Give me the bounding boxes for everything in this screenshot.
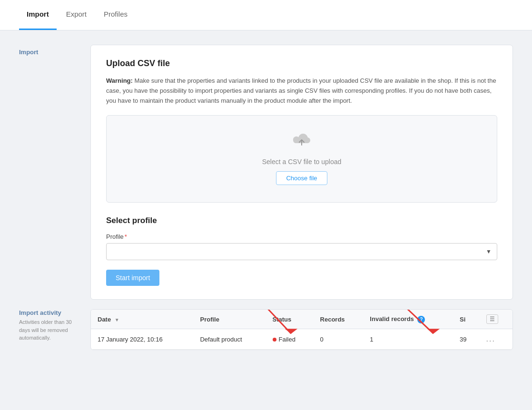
col-si: Si bbox=[453, 310, 480, 329]
profile-select[interactable] bbox=[106, 243, 497, 260]
activity-subtitle: Activities older than 30 days will be re… bbox=[19, 318, 76, 342]
import-sidebar-label: Import bbox=[19, 45, 76, 300]
activity-section: Import activity Activities older than 30… bbox=[0, 300, 532, 360]
upload-card: Upload CSV file Warning: Make sure that … bbox=[90, 45, 513, 300]
activity-sidebar: Import activity Activities older than 30… bbox=[19, 309, 76, 350]
col-records: Records bbox=[314, 310, 364, 329]
table-body: 17 January 2022, 10:16 Default product F… bbox=[91, 329, 512, 350]
choose-file-button[interactable]: Choose file bbox=[276, 171, 327, 185]
activity-title: Import activity bbox=[19, 309, 76, 316]
sort-icon: ▼ bbox=[115, 317, 119, 322]
status-label: Failed bbox=[279, 336, 296, 343]
col-status: Status bbox=[266, 310, 314, 329]
col-date[interactable]: Date ▼ bbox=[91, 310, 193, 329]
upload-cloud-icon bbox=[292, 133, 311, 151]
cell-date: 17 January 2022, 10:16 bbox=[91, 329, 193, 350]
table-row: 17 January 2022, 10:16 Default product F… bbox=[91, 329, 512, 350]
upload-text: Select a CSV file to upload bbox=[262, 158, 342, 166]
status-badge: Failed bbox=[273, 336, 296, 343]
warning-label: Warning: bbox=[106, 77, 133, 84]
table-menu-button[interactable]: ☰ bbox=[486, 314, 498, 324]
tab-export[interactable]: Export bbox=[59, 0, 94, 30]
select-profile-title: Select profile bbox=[106, 216, 497, 225]
cell-invalid-records: 1 bbox=[363, 329, 453, 350]
cell-si: 39 bbox=[453, 329, 480, 350]
table-header: Date ▼ Profile Status Records bbox=[91, 310, 512, 329]
col-profile: Profile bbox=[193, 310, 266, 329]
profile-select-wrapper: ▼ bbox=[106, 243, 497, 260]
upload-drop-zone[interactable]: Select a CSV file to upload Choose file bbox=[106, 115, 497, 203]
tab-profiles[interactable]: Profiles bbox=[96, 0, 135, 30]
row-menu-button[interactable]: ... bbox=[486, 335, 495, 343]
activity-table-wrapper: Date ▼ Profile Status Records bbox=[90, 309, 513, 350]
cell-profile: Default product bbox=[193, 329, 266, 350]
top-navigation: Import Export Profiles bbox=[0, 0, 532, 30]
status-dot-failed bbox=[273, 338, 276, 342]
help-icon: ? bbox=[417, 316, 425, 323]
activity-table: Date ▼ Profile Status Records bbox=[91, 310, 512, 350]
cell-status: Failed bbox=[266, 329, 314, 350]
profile-label: Profile* bbox=[106, 233, 497, 240]
col-menu-header: ☰ bbox=[480, 310, 512, 329]
tab-import[interactable]: Import bbox=[19, 0, 57, 30]
upload-section-title: Upload CSV file bbox=[106, 59, 497, 68]
cell-records: 0 bbox=[314, 329, 364, 350]
warning-text: Warning: Make sure that the properties a… bbox=[106, 76, 497, 106]
start-import-button[interactable]: Start import bbox=[106, 270, 159, 286]
cell-row-menu: ... bbox=[480, 329, 512, 350]
col-invalid-records: Invalid records ? bbox=[363, 310, 453, 329]
required-marker: * bbox=[125, 233, 127, 240]
